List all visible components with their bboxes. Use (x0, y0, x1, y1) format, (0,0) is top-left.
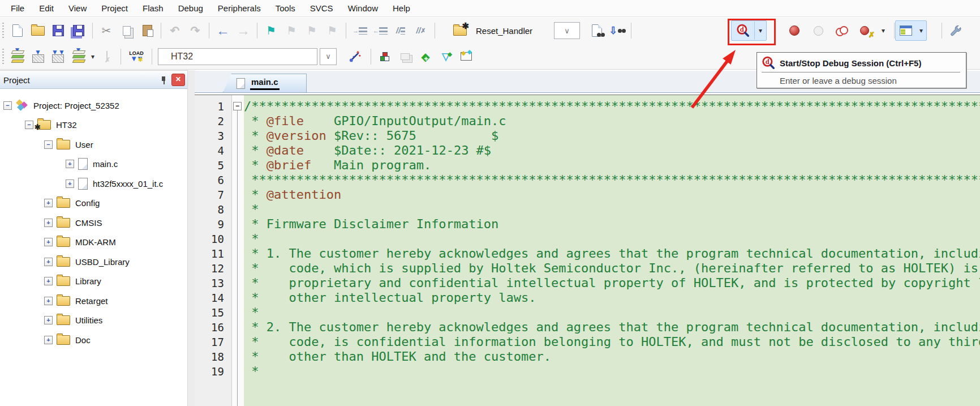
rebuild-button[interactable]: ▼▼ (48, 47, 68, 66)
previous-bookmark-button[interactable]: ⚑ (281, 21, 302, 40)
fold-scope-line (237, 232, 238, 246)
disable-all-breakpoints-button[interactable] (832, 21, 852, 40)
function-navigation-dropdown[interactable]: ∨ (554, 22, 580, 39)
multi-project-workspace-button[interactable] (395, 47, 415, 66)
disable-breakpoint-button[interactable] (808, 21, 828, 40)
uncomment-selection-button[interactable]: //✗ (411, 21, 431, 40)
close-panel-button[interactable]: ✕ (171, 74, 185, 86)
translate-button[interactable]: ▼ (7, 47, 28, 66)
tree-item-ht32[interactable]: −✱HT32 (0, 116, 187, 135)
next-bookmark-button[interactable]: ⚑ (302, 21, 322, 40)
current-function-button[interactable]: ✱ (450, 21, 470, 40)
stop-build-button[interactable]: ✗ (97, 47, 117, 66)
undo-button[interactable]: ↶ (165, 21, 185, 40)
target-select-combobox[interactable]: HT32 (158, 48, 317, 65)
toolbar-grip[interactable] (2, 49, 4, 65)
window-layout-button[interactable] (896, 21, 916, 40)
manage-project-items-button[interactable] (375, 47, 395, 66)
menu-flash[interactable]: Flash (135, 0, 171, 17)
tree-toggle[interactable]: + (44, 199, 53, 207)
build-button[interactable]: ▼ (28, 47, 48, 66)
options-for-target-button[interactable] (345, 47, 365, 66)
save-button[interactable] (48, 21, 68, 40)
menu-help[interactable]: Help (385, 0, 418, 17)
copy-button[interactable] (117, 21, 137, 40)
menu-svcs[interactable]: SVCS (303, 0, 341, 17)
tree-item-cmsis[interactable]: +CMSIS (0, 213, 187, 233)
indent-button[interactable]: ← (370, 21, 390, 40)
tree-toggle[interactable]: + (44, 238, 53, 246)
tree-item-retarget[interactable]: +Retarget (0, 291, 187, 311)
kill-all-breakpoints-button[interactable]: ✗ (856, 21, 876, 40)
tree-toggle[interactable]: − (25, 121, 33, 129)
find-next-button[interactable]: ⇩ (607, 21, 627, 40)
toolbar-grip[interactable] (2, 23, 4, 39)
tree-toggle[interactable]: + (44, 316, 53, 324)
paste-button[interactable] (137, 21, 157, 40)
menu-peripherals[interactable]: Peripherals (210, 0, 268, 17)
tree-item-user[interactable]: −User (0, 135, 187, 155)
window-layout-dropdown-arrow[interactable]: ▾ (916, 27, 926, 35)
tree-toggle[interactable]: + (44, 297, 53, 305)
tree-toggle[interactable]: + (44, 277, 53, 285)
navigate-back-button[interactable]: ← (213, 21, 233, 40)
tree-toggle[interactable]: + (44, 336, 53, 344)
panel-splitter[interactable] (187, 70, 195, 406)
insert-breakpoint-button[interactable] (784, 21, 805, 40)
tree-toggle[interactable]: − (44, 140, 53, 149)
tree-toggle[interactable]: + (66, 160, 74, 168)
code-line: 13 * proprietary and confidential intell… (195, 276, 980, 290)
auto-hide-pin-icon[interactable] (160, 75, 167, 85)
target-select-dropdown[interactable]: ∨ (320, 48, 337, 65)
fold-collapse-box[interactable]: − (233, 102, 242, 110)
select-software-packs-button[interactable]: ▽ (436, 47, 456, 66)
breakpoints-dropdown-arrow[interactable]: ▾ (879, 27, 887, 35)
manage-run-time-environment-button[interactable]: ◆ (415, 47, 436, 66)
tree-item-main-c[interactable]: +main.c (0, 155, 187, 174)
debug-dropdown-arrow[interactable]: ▾ (755, 27, 766, 35)
line-number: 17 (195, 335, 232, 349)
menu-debug[interactable]: Debug (171, 0, 210, 17)
tree-item-mdk-arm[interactable]: +MDK-ARM (0, 233, 187, 253)
cut-button[interactable]: ✂ (96, 21, 117, 40)
tree-item-utilities[interactable]: +Utilities (0, 311, 187, 331)
tree-item-doc[interactable]: +Doc (0, 330, 187, 350)
tree-item-project-project-52352[interactable]: −Project: Project_52352 (0, 96, 187, 116)
menu-file[interactable]: File (3, 0, 32, 17)
tree-item-ht32f5xxxx-01-it-c[interactable]: +ht32f5xxxx_01_it.c (0, 174, 187, 194)
copy-icon (123, 26, 131, 36)
menu-view[interactable]: View (61, 0, 94, 17)
tree-item-usbd-library[interactable]: +USBD_Library (0, 252, 187, 272)
menu-edit[interactable]: Edit (32, 0, 61, 17)
line-number: 3 (195, 129, 232, 143)
batch-build-button[interactable]: ▼ (68, 47, 89, 66)
comment-selection-button[interactable]: // (390, 21, 411, 40)
batch-build-dropdown-arrow[interactable]: ▾ (89, 53, 97, 61)
start-stop-debug-button[interactable]: d (732, 21, 754, 40)
cascade-windows-icon (401, 53, 410, 60)
code-editor[interactable]: 1−/*************************************… (195, 95, 980, 406)
tree-item-library[interactable]: +Library (0, 272, 187, 292)
tree-toggle[interactable]: + (66, 180, 74, 188)
navigate-forward-button[interactable]: → (233, 21, 253, 40)
configure-tools-button[interactable] (945, 21, 966, 40)
fold-margin (232, 335, 244, 349)
tab-main-c[interactable]: main.c (223, 74, 307, 92)
save-all-button[interactable] (68, 21, 89, 40)
menu-project[interactable]: Project (94, 0, 135, 17)
clear-bookmarks-button[interactable]: ⚑ (322, 21, 342, 40)
pack-installer-button[interactable] (456, 47, 476, 66)
tree-item-config[interactable]: +Config (0, 194, 187, 213)
find-in-files-button[interactable] (587, 21, 607, 40)
unindent-button[interactable]: → (350, 21, 370, 40)
tree-toggle[interactable]: + (44, 219, 53, 227)
open-file-button[interactable] (28, 21, 48, 40)
menu-tools[interactable]: Tools (268, 0, 303, 17)
menu-window[interactable]: Window (341, 0, 385, 17)
tree-toggle[interactable]: − (3, 101, 12, 110)
toggle-bookmark-button[interactable]: ⚑ (261, 21, 281, 40)
new-file-button[interactable] (7, 21, 28, 40)
download-button[interactable]: LOAD ▼▼ ✱ (124, 47, 148, 66)
tree-toggle[interactable]: + (44, 258, 53, 266)
redo-button[interactable]: ↷ (185, 21, 205, 40)
